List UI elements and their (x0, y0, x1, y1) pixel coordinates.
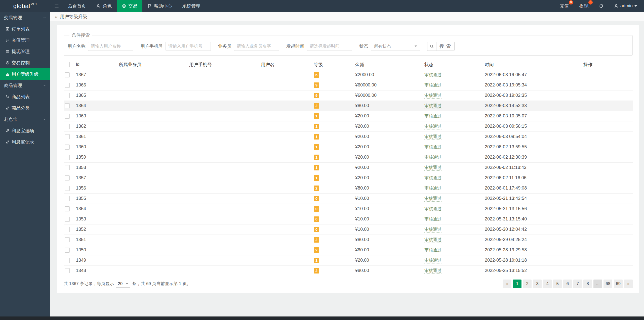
nav-system[interactable]: 系统管理 (177, 0, 205, 12)
row-checkbox[interactable] (65, 258, 70, 263)
row-checkbox[interactable] (65, 196, 70, 201)
page-68[interactable]: 68 (603, 280, 612, 288)
row-checkbox[interactable] (65, 248, 70, 253)
cell-id: 1352 (75, 224, 118, 235)
sidebar-item-trade-control[interactable]: 交易控制 (0, 57, 50, 68)
row-checkbox[interactable] (65, 186, 70, 191)
nav-dashboard[interactable]: 后台首页 (63, 0, 91, 12)
admin-menu[interactable]: admin (614, 3, 637, 9)
status-text[interactable]: 审核通过 (424, 72, 441, 78)
status-text[interactable]: 审核通过 (424, 175, 441, 181)
cell-phone (188, 193, 260, 204)
cell-time: 2022-06-03 09:56:15 (484, 121, 582, 131)
row-checkbox[interactable] (65, 114, 70, 119)
status-text[interactable]: 审核通过 (424, 83, 441, 88)
sidebar-item-goods-category[interactable]: 商品分类 (0, 102, 50, 114)
group-trade-management[interactable]: 交易管理 (0, 12, 50, 23)
sidebar-item-user-level-upgrade[interactable]: 用户等级升级 (0, 68, 50, 80)
page-69[interactable]: 69 (614, 280, 623, 288)
group-interest-treasure[interactable]: 利息宝 (0, 114, 50, 125)
level-badge: 0 (314, 227, 319, 232)
status-select[interactable]: 所有状态 (371, 42, 420, 51)
row-checkbox[interactable] (65, 206, 70, 211)
level-badge: 9 (314, 82, 319, 88)
refresh-button[interactable] (599, 4, 603, 8)
page-size-select[interactable]: 20 (116, 280, 130, 288)
status-text[interactable]: 审核通过 (424, 258, 441, 263)
cell-username (260, 235, 313, 245)
select-all-checkbox[interactable] (65, 62, 70, 67)
page-next[interactable]: » (624, 280, 633, 288)
salesman-input[interactable] (234, 42, 279, 51)
status-text[interactable]: 审核通过 (424, 186, 441, 191)
page-4[interactable]: 4 (543, 280, 552, 288)
cell-id: 1358 (75, 162, 118, 173)
cell-time: 2022-06-03 19:02:35 (484, 90, 582, 101)
row-checkbox[interactable] (65, 237, 70, 242)
row-checkbox[interactable] (65, 103, 70, 108)
recharge-link[interactable]: 充值 0 (560, 3, 569, 9)
start-time-input[interactable] (307, 42, 352, 51)
status-text[interactable]: 审核通过 (424, 268, 441, 274)
cell-id: 1356 (75, 183, 118, 193)
row-checkbox[interactable] (65, 124, 70, 129)
status-text[interactable]: 审核通过 (424, 196, 441, 202)
table-row: 1365 9 ¥60000.00 审核通过 2022-06-03 19:02:3… (64, 90, 633, 101)
nav-roles[interactable]: 角色 (91, 0, 117, 12)
page-6[interactable]: 6 (563, 280, 572, 288)
sidebar-item-order-list[interactable]: 订单列表 (0, 23, 50, 34)
row-checkbox[interactable] (65, 155, 70, 160)
page-ellipsis[interactable]: ... (593, 280, 602, 288)
page-7[interactable]: 7 (573, 280, 582, 288)
username-input[interactable] (88, 42, 133, 51)
page-2[interactable]: 2 (523, 280, 532, 288)
status-text[interactable]: 审核通过 (424, 206, 441, 212)
page-8[interactable]: 8 (583, 280, 592, 288)
row-checkbox[interactable] (65, 134, 70, 139)
status-text[interactable]: 审核通过 (424, 145, 441, 150)
nav-trade[interactable]: 交易 (117, 0, 142, 12)
page-1[interactable]: 1 (513, 280, 521, 288)
status-text[interactable]: 审核通过 (424, 134, 441, 140)
status-text[interactable]: 审核通过 (424, 93, 441, 99)
status-text[interactable]: 审核通过 (424, 155, 441, 160)
row-checkbox[interactable] (65, 72, 70, 77)
row-checkbox[interactable] (65, 83, 70, 88)
page-5[interactable]: 5 (553, 280, 562, 288)
phone-input[interactable] (166, 42, 211, 51)
row-checkbox[interactable] (65, 145, 70, 150)
row-checkbox[interactable] (65, 165, 70, 170)
menu-toggle-button[interactable] (50, 0, 63, 12)
status-text[interactable]: 审核通过 (424, 114, 441, 119)
sidebar-item-interest-records[interactable]: 利息宝记录 (0, 136, 50, 148)
sidebar-item-withdraw-management[interactable]: 提现管理 (0, 46, 50, 57)
cell-phone (188, 70, 260, 80)
row-checkbox[interactable] (65, 175, 70, 180)
level-badge: 1 (314, 175, 319, 181)
page-3[interactable]: 3 (533, 280, 542, 288)
row-checkbox[interactable] (65, 93, 70, 98)
status-text[interactable]: 审核通过 (424, 103, 441, 109)
status-text[interactable]: 审核通过 (424, 237, 441, 243)
column-header: 等级 (313, 60, 354, 70)
status-text[interactable]: 审核通过 (424, 217, 441, 222)
status-text[interactable]: 审核通过 (424, 124, 441, 129)
group-goods-management[interactable]: 商品管理 (0, 80, 50, 91)
page-prev[interactable]: « (503, 280, 511, 288)
sidebar-item-recharge-management[interactable]: 充值管理 (0, 34, 50, 46)
status-text[interactable]: 审核通过 (424, 248, 441, 253)
search-button[interactable]: 搜 索 (427, 42, 455, 51)
cell-time: 2022-06-03 10:35:07 (484, 111, 582, 121)
cell-actions (582, 70, 633, 80)
status-text[interactable]: 审核通过 (424, 227, 441, 233)
row-checkbox[interactable] (65, 268, 70, 273)
status-text[interactable]: 审核通过 (424, 165, 441, 171)
level-badge: 2 (314, 237, 319, 243)
nav-help-center[interactable]: 帮助中心 (142, 0, 177, 12)
withdraw-link[interactable]: 提现 0 (579, 3, 588, 9)
sidebar-item-goods-list[interactable]: 商品列表 (0, 91, 50, 102)
row-checkbox[interactable] (65, 217, 70, 222)
table-row: 1364 2 ¥80.00 审核通过 2022-06-03 14:52:33 (64, 101, 633, 111)
row-checkbox[interactable] (65, 227, 70, 232)
sidebar-item-interest-options[interactable]: 利息宝选项 (0, 125, 50, 136)
